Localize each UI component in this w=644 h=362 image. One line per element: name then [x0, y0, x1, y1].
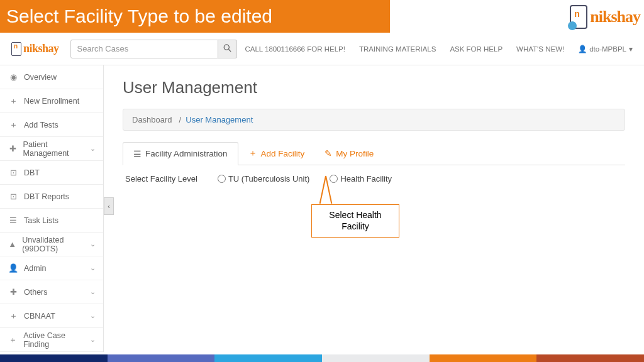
breadcrumb-root[interactable]: Dashboard	[132, 115, 172, 124]
sidebar-item-dbt[interactable]: ⊡DBT	[0, 161, 103, 185]
chevron-down-icon: ⌄	[90, 145, 96, 153]
money-icon: ⊡	[8, 192, 19, 201]
sidebar-item-label: Overview	[24, 73, 57, 82]
sidebar-item-label: Active Case Finding	[23, 331, 90, 349]
sidebar-item-label: Unvalidated (99DOTS)	[22, 236, 90, 253]
phone-icon	[11, 42, 21, 56]
top-nav: CALL 1800116666 FOR HELP! TRAINING MATER…	[245, 45, 633, 53]
header-bar: nikshay CALL 1800116666 FOR HELP! TRAINI…	[0, 33, 644, 65]
sidebar-item-patient-management[interactable]: ✚Patient Management⌄	[0, 137, 103, 161]
sidebar-collapse-button[interactable]: ‹	[104, 197, 114, 215]
breadcrumb-current[interactable]: User Management	[186, 115, 253, 124]
search-button[interactable]	[218, 40, 237, 58]
radio-option-tu[interactable]: TU (Tuberculosis Unit)	[218, 174, 310, 184]
callout-box: Select Health Facility	[311, 204, 399, 238]
search-input[interactable]	[70, 40, 218, 58]
sidebar-item-label: DBT	[24, 168, 40, 177]
brand-text: nikshay	[590, 8, 640, 26]
select-level-label: Select Facility Level	[125, 174, 197, 184]
brand-logo-small[interactable]: nikshay	[11, 42, 59, 56]
page-title: User Management	[123, 78, 625, 97]
sidebar-item-overview[interactable]: ◉Overview	[0, 65, 103, 89]
sidebar-item-unvalidated[interactable]: ▲Unvalidated (99DOTS)⌄	[0, 233, 103, 256]
sidebar-item-others[interactable]: ✚Others⌄	[0, 280, 103, 304]
phone-icon	[570, 5, 587, 29]
search-group	[70, 40, 237, 58]
list-icon: ☰	[133, 149, 142, 159]
tab-add-facility[interactable]: ＋ Add Facility	[238, 142, 315, 165]
sidebar-item-admin[interactable]: 👤Admin⌄	[0, 256, 103, 280]
svg-point-0	[224, 45, 229, 50]
sidebar-item-cbnaat[interactable]: ＋CBNAAT⌄	[0, 304, 103, 328]
briefcase-icon: ✚	[8, 287, 19, 297]
sidebar-item-active-case-finding[interactable]: ＋Active Case Finding⌄	[0, 328, 103, 352]
radio-tu-input[interactable]	[218, 175, 226, 183]
breadcrumb-sep: /	[179, 115, 181, 124]
instruction-banner-text: Select Facility Type to be edited	[6, 6, 272, 27]
chevron-down-icon: ⌄	[90, 264, 96, 272]
chevron-down-icon: ⌄	[90, 336, 96, 344]
select-facility-level-row: Select Facility Level TU (Tuberculosis U…	[125, 174, 623, 184]
tab-label: Facility Administration	[145, 149, 228, 158]
tab-my-profile[interactable]: ✎ My Profile	[314, 142, 384, 165]
chevron-down-icon: ⌄	[90, 312, 96, 320]
user-menu[interactable]: 👤 dto-MPBPL ▾	[578, 45, 633, 53]
nav-training[interactable]: TRAINING MATERIALS	[359, 45, 436, 53]
breadcrumb: Dashboard / User Management	[123, 109, 625, 131]
nav-ask-help[interactable]: ASK FOR HELP	[450, 45, 502, 53]
briefcase-icon: ✚	[8, 144, 18, 153]
sidebar-item-new-enrollment[interactable]: ＋New Enrollment	[0, 89, 103, 113]
sidebar-item-label: Patient Management	[23, 140, 90, 158]
plus-icon: ＋	[8, 96, 19, 107]
money-icon: ⊡	[8, 168, 19, 177]
warning-icon: ▲	[8, 239, 17, 249]
radio-hf-label: Health Facility	[340, 174, 392, 184]
sidebar-item-label: Task Lists	[24, 216, 58, 225]
chevron-down-icon: ⌄	[90, 288, 96, 296]
brand-text-small: nikshay	[23, 42, 59, 55]
sidebar-item-task-lists[interactable]: ☰Task Lists	[0, 209, 103, 233]
sidebar-item-label: CBNAAT	[24, 312, 55, 321]
chevron-down-icon: ⌄	[90, 240, 96, 248]
svg-line-1	[228, 49, 231, 52]
plus-icon: ＋	[8, 334, 18, 346]
user-icon: 👤	[8, 263, 19, 273]
callout-text: Select Health Facility	[329, 210, 381, 231]
nav-whats-new[interactable]: WHAT'S NEW!	[516, 45, 564, 53]
tab-label: Add Facility	[261, 149, 305, 158]
radio-option-health-facility[interactable]: Health Facility	[330, 174, 392, 184]
tab-pane-facility-admin: Select Facility Level TU (Tuberculosis U…	[123, 165, 625, 192]
sidebar-item-label: Add Tests	[24, 121, 58, 129]
tab-label: My Profile	[336, 149, 374, 158]
sidebar-item-label: Admin	[24, 264, 46, 273]
sidebar-item-label: New Enrollment	[24, 97, 79, 106]
plus-icon: ＋	[8, 119, 19, 131]
sidebar: ◉Overview ＋New Enrollment ＋Add Tests ✚Pa…	[0, 65, 104, 352]
dashboard-icon: ◉	[8, 72, 19, 82]
footer-stripe	[0, 354, 644, 362]
radio-tu-label: TU (Tuberculosis Unit)	[228, 174, 310, 184]
edit-icon: ✎	[325, 148, 332, 158]
user-label: dto-MPBPL	[589, 45, 626, 53]
search-icon	[223, 44, 231, 52]
user-icon: 👤	[578, 45, 587, 53]
tab-bar: ☰ Facility Administration ＋ Add Facility…	[123, 142, 625, 165]
sidebar-item-label: DBT Reports	[24, 192, 69, 201]
sidebar-item-dbt-reports[interactable]: ⊡DBT Reports	[0, 185, 103, 209]
chevron-left-icon: ‹	[108, 202, 110, 210]
sidebar-item-add-tests[interactable]: ＋Add Tests	[0, 113, 103, 137]
tab-facility-administration[interactable]: ☰ Facility Administration	[123, 142, 238, 165]
instruction-banner: Select Facility Type to be edited	[0, 0, 390, 33]
sidebar-item-label: Others	[24, 288, 48, 297]
nav-help-phone[interactable]: CALL 1800116666 FOR HELP!	[245, 45, 345, 53]
radio-hf-input[interactable]	[330, 175, 338, 183]
brand-logo-large: nikshay	[570, 5, 640, 29]
list-icon: ☰	[8, 216, 19, 225]
caret-down-icon: ▾	[629, 45, 633, 53]
plus-icon: ＋	[248, 148, 257, 159]
plus-icon: ＋	[8, 310, 19, 322]
